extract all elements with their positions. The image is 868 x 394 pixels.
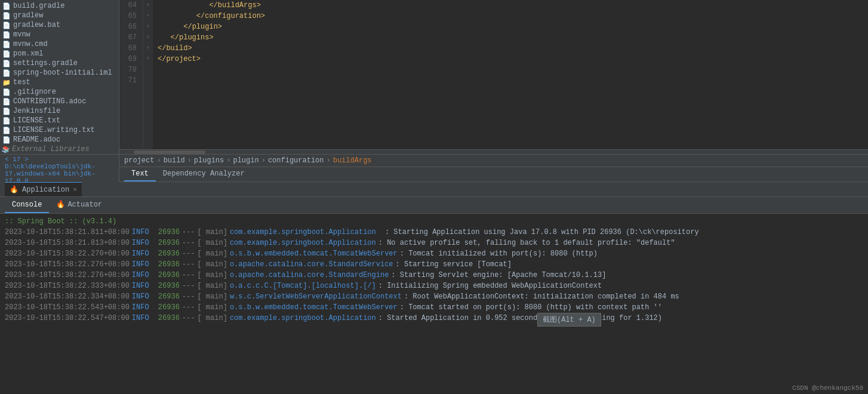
console-output[interactable]: :: Spring Boot :: (v3.1.4) 2023-10-18T15… — [0, 214, 868, 394]
tree-item-mvnw-cmd[interactable]: 📄 mvnw.cmd — [0, 39, 119, 49]
folder-icon: 📁 — [2, 79, 11, 87]
log-line-9: 2023-10-18T15:38:22.547+08:00 INFO 26936… — [5, 313, 863, 324]
code-line-64: </buildArgs> — [158, 0, 863, 11]
file-icon: 📄 — [2, 69, 11, 77]
breadcrumb-plugin: plugin — [233, 156, 258, 165]
tab-text[interactable]: Text — [124, 167, 156, 181]
tree-item-readme[interactable]: 📄 README.adoc — [0, 135, 119, 144]
log-line-8: 2023-10-18T15:38:22.543+08:00 INFO 26936… — [5, 302, 863, 313]
app-tab-close[interactable]: × — [73, 186, 77, 193]
scroll-thumb — [134, 150, 205, 154]
run-header: Console 🔥 Actuator — [0, 197, 868, 214]
file-icon: 📄 — [2, 2, 11, 10]
app-fire-icon: 🔥 — [10, 185, 19, 194]
run-tab-actuator[interactable]: 🔥 Actuator — [49, 197, 109, 213]
file-icon: 📄 — [2, 31, 11, 39]
code-content: 64 65 66 67 68 69 70 71 ⚡ ⚡ ⚡ ⚡ ⚡ ⚡ — [119, 0, 868, 149]
library-icon: 📚 — [1, 146, 10, 153]
app-tab-bar: 🔥 Application × — [0, 182, 868, 197]
tree-item-external-libs[interactable]: 📚 External Libraries — [0, 144, 119, 154]
tree-item-gradlew[interactable]: 📄 gradlew — [0, 11, 119, 20]
run-panel: 🔥 Application × Console 🔥 Actuator :: Sp… — [0, 182, 868, 394]
jdk-info-bar: < 17 > D:\ck\developTools\jdk-17.windows… — [0, 154, 119, 182]
tree-item-jenkinsfile[interactable]: 📄 Jenkinsfile — [0, 106, 119, 116]
file-icon: 📄 — [2, 12, 11, 20]
tree-item-mvnw[interactable]: 📄 mvnw — [0, 30, 119, 39]
horizontal-scrollbar[interactable] — [119, 149, 868, 154]
app-tab-label: Application — [22, 186, 69, 194]
log-line-5: 2023-10-18T15:38:22.276+08:00 INFO 26936… — [5, 270, 863, 281]
file-icon: 📄 — [2, 117, 11, 125]
actuator-icon: 🔥 — [56, 200, 65, 209]
tree-item-spring-boot-iml[interactable]: 📄 spring-boot-initial.iml — [0, 68, 119, 78]
file-tree: 📄 build.gradle 📄 gradlew 📄 gradlew.bat 📄… — [0, 0, 119, 182]
log-line-6: 2023-10-18T15:38:22.333+08:00 INFO 26936… — [5, 281, 863, 291]
breadcrumb-build: build — [164, 156, 185, 165]
log-line-3: 2023-10-18T15:38:22.270+08:00 INFO 26936… — [5, 248, 863, 259]
code-editor: 64 65 66 67 68 69 70 71 ⚡ ⚡ ⚡ ⚡ ⚡ ⚡ — [119, 0, 868, 182]
tree-item-settings-gradle[interactable]: 📄 settings.gradle — [0, 59, 119, 68]
tab-dependency-analyzer[interactable]: Dependency Analyzer — [156, 167, 252, 181]
tree-item-gitignore[interactable]: 📄 .gitignore — [0, 87, 119, 97]
tree-item-pom-xml[interactable]: 📄 pom.xml — [0, 49, 119, 59]
watermark: CSDN @chenkangck50 — [792, 384, 863, 392]
code-lines: </buildArgs> </configuration> </plugin> … — [153, 0, 868, 149]
log-line-7: 2023-10-18T15:38:22.334+08:00 INFO 26936… — [5, 291, 863, 302]
log-line-2: 2023-10-18T15:38:21.813+08:00 INFO 26936… — [5, 238, 863, 248]
line-numbers: 64 65 66 67 68 69 70 71 — [119, 0, 143, 149]
tree-item-gradlew-bat[interactable]: 📄 gradlew.bat — [0, 20, 119, 30]
file-icon: 📄 — [2, 41, 11, 48]
file-icon: 📄 — [2, 21, 11, 29]
file-icon: 📄 — [2, 136, 11, 144]
breadcrumb-buildargs: buildArgs — [333, 156, 372, 165]
code-line-66: </plugin> — [158, 21, 863, 32]
file-icon: 📄 — [2, 127, 11, 134]
breadcrumb-bar: project › build › plugins › plugin › con… — [119, 154, 868, 167]
log-line-1: 2023-10-18T15:38:21.811+08:00 INFO 26936… — [5, 227, 863, 238]
file-icon: 📄 — [2, 98, 11, 106]
file-icon: 📄 — [2, 60, 11, 67]
code-line-67: </plugins> — [158, 32, 863, 43]
tree-item-license-txt[interactable]: 📄 LICENSE.txt — [0, 116, 119, 125]
file-icon: 📄 — [2, 50, 11, 58]
file-icon: 📄 — [2, 88, 11, 96]
editor-tab-bar: Text Dependency Analyzer — [119, 167, 868, 182]
breadcrumb-project: project — [124, 156, 154, 165]
actuator-label: Actuator — [67, 201, 102, 209]
code-line-68: </build> — [158, 43, 863, 54]
tree-item-test[interactable]: 📁 test — [0, 78, 119, 87]
app-tab[interactable]: 🔥 Application × — [5, 182, 82, 196]
tree-item-license-writing[interactable]: 📄 LICENSE.writing.txt — [0, 125, 119, 135]
spring-boot-header: :: Spring Boot :: (v3.1.4) — [5, 216, 863, 227]
code-line-65: </configuration> — [158, 11, 863, 21]
console-label: Console — [12, 201, 42, 209]
tree-item-contributing[interactable]: 📄 CONTRIBUTING.adoc — [0, 97, 119, 106]
code-line-70: </project> — [158, 54, 863, 64]
run-tab-console[interactable]: Console — [5, 198, 49, 213]
log-line-4: 2023-10-18T15:38:22.276+08:00 INFO 26936… — [5, 259, 863, 270]
tree-item-build-gradle[interactable]: 📄 build.gradle — [0, 1, 119, 11]
gutter-icons: ⚡ ⚡ ⚡ ⚡ ⚡ ⚡ — [143, 0, 153, 149]
breadcrumb-configuration: configuration — [268, 156, 324, 165]
file-icon: 📄 — [2, 107, 11, 115]
breadcrumb-plugins: plugins — [194, 156, 224, 165]
